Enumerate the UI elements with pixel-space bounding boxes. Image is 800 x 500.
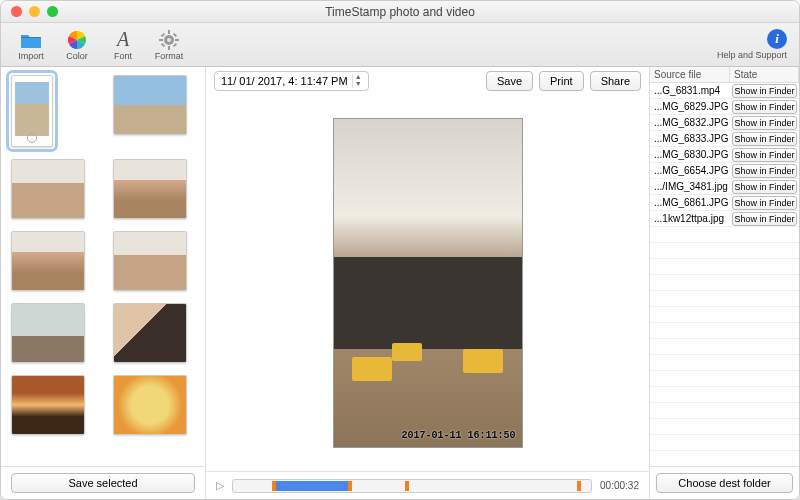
table-row	[650, 291, 799, 307]
show-in-finder-button[interactable]: Show in Finder	[732, 84, 797, 98]
toolbar: Import Color A Font Format i Help and Su…	[1, 23, 799, 67]
show-in-finder-button[interactable]: Show in Finder	[732, 164, 797, 178]
table-row	[650, 227, 799, 243]
thumbnail-item[interactable]	[113, 303, 187, 363]
show-in-finder-button[interactable]: Show in Finder	[732, 180, 797, 194]
content-area: Save selected 11/ 01/ 2017, 4: 11:47 PM …	[1, 67, 799, 499]
left-panel: Save selected	[1, 67, 206, 499]
show-in-finder-button[interactable]: Show in Finder	[732, 100, 797, 114]
table-row	[650, 323, 799, 339]
preview-image: 2017-01-11 16:11:50	[333, 118, 523, 448]
font-button[interactable]: A Font	[105, 29, 141, 61]
table-row[interactable]: ...MG_6861.JPGShow in Finder	[650, 195, 799, 211]
zoom-window-button[interactable]	[47, 6, 58, 17]
svg-rect-9	[161, 42, 165, 46]
center-top-bar: 11/ 01/ 2017, 4: 11:47 PM ▲ ▼ Save Print…	[206, 67, 649, 95]
help-label: Help and Support	[717, 50, 787, 60]
svg-rect-8	[173, 32, 177, 36]
show-in-finder-button[interactable]: Show in Finder	[732, 148, 797, 162]
timestamp-overlay: 2017-01-11 16:11:50	[401, 430, 515, 441]
file-name-cell: ...MG_6833.JPG	[650, 133, 730, 144]
datetime-value: 11/ 01/ 2017, 4: 11:47 PM	[221, 75, 348, 87]
datetime-stepper[interactable]: ▲ ▼	[352, 74, 364, 88]
svg-rect-6	[161, 32, 165, 36]
show-in-finder-button[interactable]: Show in Finder	[732, 196, 797, 210]
table-row[interactable]: .../IMG_3481.jpgShow in Finder	[650, 179, 799, 195]
table-row	[650, 259, 799, 275]
timeline-track[interactable]	[232, 479, 592, 493]
import-button[interactable]: Import	[13, 29, 49, 61]
table-row	[650, 371, 799, 387]
save-selected-button[interactable]: Save selected	[11, 473, 195, 493]
svg-point-10	[167, 38, 171, 42]
table-row[interactable]: ...G_6831.mp4Show in Finder	[650, 83, 799, 99]
thumbnail-item[interactable]	[11, 231, 85, 291]
playback-bar: ▷ 00:00:32	[206, 471, 649, 499]
thumbnail-item[interactable]	[11, 75, 53, 147]
thumbnail-item[interactable]	[113, 159, 187, 219]
file-name-cell: ...MG_6861.JPG	[650, 197, 730, 208]
stepper-down-icon[interactable]: ▼	[352, 81, 364, 88]
table-row[interactable]: ...MG_6829.JPGShow in Finder	[650, 99, 799, 115]
table-row[interactable]: ...MG_6654.JPGShow in Finder	[650, 163, 799, 179]
thumbnail-item[interactable]	[11, 303, 85, 363]
save-button[interactable]: Save	[486, 71, 533, 91]
format-label: Format	[155, 51, 184, 61]
play-icon[interactable]: ▷	[216, 479, 224, 492]
thumbnail-item[interactable]	[11, 375, 85, 435]
table-row	[650, 339, 799, 355]
show-in-finder-button[interactable]: Show in Finder	[732, 212, 797, 226]
close-window-button[interactable]	[11, 6, 22, 17]
table-row	[650, 275, 799, 291]
choose-dest-folder-button[interactable]: Choose dest folder	[656, 473, 793, 493]
help-button[interactable]: i Help and Support	[717, 29, 787, 60]
col-state-header[interactable]: State	[730, 67, 799, 82]
font-icon: A	[112, 29, 134, 51]
table-row[interactable]: ...1kw12ttpa.jpgShow in Finder	[650, 211, 799, 227]
file-table-body: ...G_6831.mp4Show in Finder...MG_6829.JP…	[650, 83, 799, 466]
file-name-cell: ...MG_6654.JPG	[650, 165, 730, 176]
minimize-window-button[interactable]	[29, 6, 40, 17]
svg-rect-3	[168, 46, 170, 50]
thumbnail-item[interactable]	[113, 75, 187, 135]
file-name-cell: .../IMG_3481.jpg	[650, 181, 730, 192]
color-wheel-icon	[66, 29, 88, 51]
gear-icon	[158, 29, 180, 51]
preview-area: 2017-01-11 16:11:50	[206, 95, 649, 471]
table-row	[650, 403, 799, 419]
datetime-field[interactable]: 11/ 01/ 2017, 4: 11:47 PM ▲ ▼	[214, 71, 369, 91]
print-button[interactable]: Print	[539, 71, 584, 91]
color-label: Color	[66, 51, 88, 61]
app-window: TimeStamp photo and video Import Color A…	[0, 0, 800, 500]
file-name-cell: ...G_6831.mp4	[650, 85, 730, 96]
timecode-label: 00:00:32	[600, 480, 639, 491]
center-panel: 11/ 01/ 2017, 4: 11:47 PM ▲ ▼ Save Print…	[206, 67, 649, 499]
font-label: Font	[114, 51, 132, 61]
folder-icon	[20, 29, 42, 51]
show-in-finder-button[interactable]: Show in Finder	[732, 132, 797, 146]
window-title: TimeStamp photo and video	[1, 5, 799, 19]
traffic-lights	[11, 6, 58, 17]
svg-rect-2	[168, 30, 170, 34]
format-button[interactable]: Format	[151, 29, 187, 61]
thumbnail-grid	[1, 67, 205, 466]
info-icon: i	[767, 29, 787, 49]
svg-rect-4	[159, 39, 163, 41]
table-row[interactable]: ...MG_6833.JPGShow in Finder	[650, 131, 799, 147]
table-row	[650, 387, 799, 403]
file-name-cell: ...MG_6830.JPG	[650, 149, 730, 160]
table-row	[650, 355, 799, 371]
file-table-header: Source file State	[650, 67, 799, 83]
svg-rect-7	[173, 42, 177, 46]
thumbnail-item[interactable]	[11, 159, 85, 219]
col-source-header[interactable]: Source file	[650, 67, 730, 82]
import-label: Import	[18, 51, 44, 61]
table-row	[650, 243, 799, 259]
table-row[interactable]: ...MG_6830.JPGShow in Finder	[650, 147, 799, 163]
share-button[interactable]: Share	[590, 71, 641, 91]
thumbnail-item[interactable]	[113, 231, 187, 291]
thumbnail-item[interactable]	[113, 375, 187, 435]
color-button[interactable]: Color	[59, 29, 95, 61]
show-in-finder-button[interactable]: Show in Finder	[732, 116, 797, 130]
table-row[interactable]: ...MG_6832.JPGShow in Finder	[650, 115, 799, 131]
